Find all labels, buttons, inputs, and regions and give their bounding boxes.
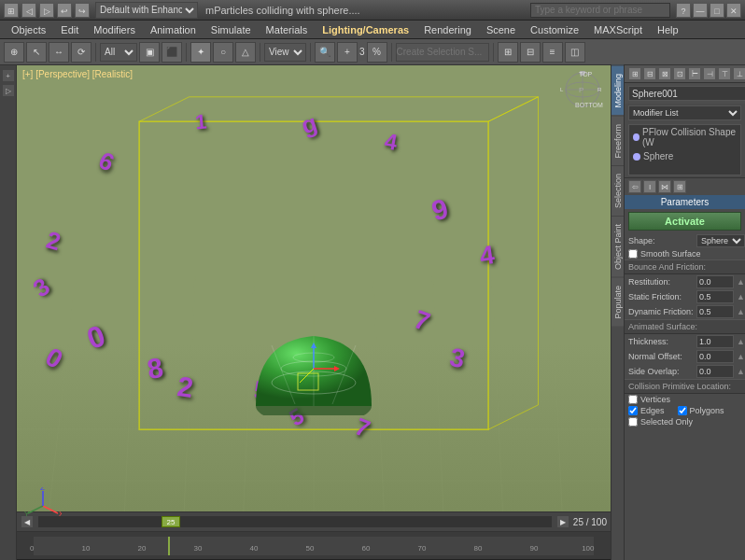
restitution-label: Restitution: bbox=[628, 277, 694, 287]
particle-6: 6 bbox=[95, 147, 118, 175]
toolbar-btn-1[interactable]: ⊕ bbox=[4, 42, 24, 63]
panel-icon-2[interactable]: ⊟ bbox=[643, 67, 656, 80]
align-btn[interactable]: ≡ bbox=[542, 42, 563, 63]
menu-customize[interactable]: Customize bbox=[523, 22, 586, 37]
dynamic-friction-input[interactable] bbox=[696, 305, 734, 318]
dynamic-friction-spin[interactable]: ▲ bbox=[737, 307, 745, 316]
toolbar-transform-btn[interactable]: ✦ bbox=[190, 42, 211, 63]
tab-populate[interactable]: Populate bbox=[611, 277, 624, 327]
maximize-btn[interactable]: □ bbox=[710, 3, 724, 18]
snap-btn[interactable]: ⊞ bbox=[498, 42, 518, 63]
normal-offset-input[interactable] bbox=[696, 350, 734, 363]
mod-ctrl-3[interactable]: ⋈ bbox=[658, 180, 671, 193]
menu-simulate[interactable]: Simulate bbox=[204, 22, 259, 37]
menu-maxscript[interactable]: MAXScript bbox=[586, 22, 650, 37]
playhead[interactable] bbox=[168, 537, 170, 555]
search-input[interactable] bbox=[530, 3, 670, 18]
panel-icon-6[interactable]: ⊣ bbox=[703, 67, 716, 80]
side-overlap-spin[interactable]: ▲ bbox=[737, 367, 745, 376]
restitution-spin[interactable]: ▲ bbox=[737, 277, 745, 287]
activate-button[interactable]: Activate bbox=[628, 212, 741, 231]
redo-btn[interactable]: ↪ bbox=[75, 3, 90, 18]
toolbar-btn-4[interactable]: ⟳ bbox=[71, 42, 91, 63]
svg-text:L: L bbox=[560, 87, 564, 92]
mod-ctrl-2[interactable]: I bbox=[643, 180, 656, 193]
all-dropdown[interactable]: All bbox=[100, 43, 137, 62]
mod-label-1: PFlow Collision Shape (W bbox=[642, 127, 737, 147]
menu-modifiers[interactable]: Modifiers bbox=[86, 22, 143, 37]
thickness-spin[interactable]: ▲ bbox=[737, 337, 745, 346]
toolbar-sep-3 bbox=[260, 43, 260, 62]
panel-icon-4[interactable]: ⊡ bbox=[673, 67, 686, 80]
preset-dropdown[interactable]: Default with Enhance... bbox=[95, 2, 198, 19]
tab-freeform[interactable]: Freeform bbox=[611, 116, 624, 166]
toolbar-btn-2[interactable]: ↖ bbox=[26, 42, 47, 63]
mod-ctrl-4[interactable]: ⊞ bbox=[673, 180, 686, 193]
left-strip-btn-1[interactable]: + bbox=[2, 69, 15, 82]
nav-forward[interactable]: ▷ bbox=[39, 3, 54, 18]
modifier-dropdown[interactable]: Modifier List bbox=[628, 105, 741, 120]
toolbar-sep-1 bbox=[95, 43, 96, 62]
menu-help[interactable]: Help bbox=[650, 22, 686, 37]
menu-materials[interactable]: Materials bbox=[259, 22, 316, 37]
viewport-main[interactable]: 0 2 8 5 3 7 9 4 1 6 0 5 3 g 2 4 3 bbox=[17, 65, 611, 532]
shape-dropdown[interactable]: Sphere bbox=[696, 234, 745, 247]
tab-object-paint[interactable]: Object Paint bbox=[611, 216, 624, 277]
menu-scene[interactable]: Scene bbox=[479, 22, 523, 37]
polygons-checkbox[interactable] bbox=[678, 406, 687, 415]
nav-back[interactable]: ◁ bbox=[21, 3, 36, 18]
modifier-item-sphere[interactable]: Sphere bbox=[629, 149, 740, 163]
tab-modeling[interactable]: Modeling bbox=[611, 65, 624, 116]
toolbar-scale-btn[interactable]: △ bbox=[235, 42, 256, 63]
restitution-input[interactable] bbox=[696, 275, 734, 288]
thickness-input[interactable] bbox=[696, 335, 734, 348]
panel-icon-3[interactable]: ⊠ bbox=[658, 67, 671, 80]
scrubber-track[interactable]: 0 10 20 30 40 50 60 70 80 90 100 bbox=[34, 537, 594, 555]
tab-selection[interactable]: Selection bbox=[611, 165, 624, 216]
dynamic-friction-label: Dynamic Friction: bbox=[628, 307, 694, 316]
toolbar-select-btn[interactable]: ▣ bbox=[139, 42, 160, 63]
edges-polygons-row: Edges Polygons bbox=[625, 405, 745, 416]
panel-icon-7[interactable]: ⊤ bbox=[718, 67, 731, 80]
close-btn[interactable]: ✕ bbox=[726, 3, 741, 18]
vertices-row: Vertices bbox=[625, 394, 745, 405]
particle-2b: 2 bbox=[176, 372, 195, 402]
modifier-item-pflow[interactable]: PFlow Collision Shape (W bbox=[629, 125, 740, 149]
zoom-out-btn[interactable]: 🔍 bbox=[315, 42, 335, 63]
side-overlap-input[interactable] bbox=[696, 365, 734, 378]
mod-ctrl-1[interactable]: ⇦ bbox=[628, 180, 641, 193]
mirror-btn[interactable]: ⊟ bbox=[520, 42, 541, 63]
layer-btn[interactable]: ◫ bbox=[565, 42, 585, 63]
panel-icon-8[interactable]: ⊥ bbox=[733, 67, 745, 80]
panel-icon-5[interactable]: ⊢ bbox=[688, 67, 701, 80]
static-friction-spin[interactable]: ▲ bbox=[737, 292, 745, 301]
smooth-surface-checkbox[interactable] bbox=[628, 249, 638, 259]
toolbar-rotate-btn[interactable]: ○ bbox=[213, 42, 233, 63]
menu-objects[interactable]: Objects bbox=[4, 22, 53, 37]
collision-prim-label: Collision Primitive Location: bbox=[625, 379, 745, 394]
toolbar-btn-3[interactable]: ↔ bbox=[49, 42, 69, 63]
left-strip-btn-2[interactable]: ▷ bbox=[2, 84, 15, 97]
particle-3c: 3 bbox=[29, 273, 54, 301]
view-dropdown[interactable]: View bbox=[264, 43, 306, 62]
percent-btn[interactable]: % bbox=[367, 42, 387, 63]
static-friction-input[interactable] bbox=[696, 290, 734, 303]
help-btn[interactable]: ? bbox=[676, 3, 691, 18]
edges-checkbox[interactable] bbox=[628, 406, 638, 415]
undo-btn[interactable]: ↩ bbox=[57, 3, 72, 18]
toolbar-select2-btn[interactable]: ⬛ bbox=[162, 42, 182, 63]
menu-animation[interactable]: Animation bbox=[143, 22, 204, 37]
zoom-in-btn[interactable]: + bbox=[337, 42, 358, 63]
selected-only-checkbox[interactable] bbox=[628, 417, 638, 427]
vertices-checkbox[interactable] bbox=[628, 395, 638, 404]
panel-icon-1[interactable]: ⊞ bbox=[628, 67, 641, 80]
create-selection-input[interactable] bbox=[396, 43, 489, 62]
menu-rendering[interactable]: Rendering bbox=[416, 22, 479, 37]
camera-widget[interactable]: TOP BOTTOM L R P bbox=[560, 71, 605, 108]
menu-edit[interactable]: Edit bbox=[53, 22, 86, 37]
menu-lighting[interactable]: Lighting/Cameras bbox=[315, 22, 416, 37]
minimize-btn[interactable]: — bbox=[693, 3, 708, 18]
static-friction-row: Static Friction: ▲ bbox=[625, 289, 745, 304]
normal-offset-spin[interactable]: ▲ bbox=[737, 352, 745, 361]
object-name-input[interactable] bbox=[628, 86, 745, 101]
